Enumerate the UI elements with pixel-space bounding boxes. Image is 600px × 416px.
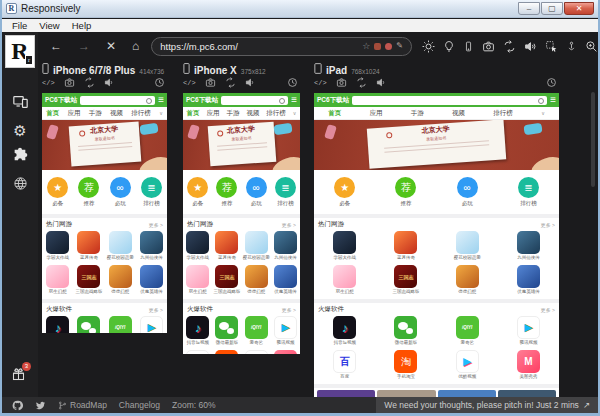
minimize-button[interactable]: – <box>518 2 540 15</box>
quick-link[interactable]: ★必备 <box>334 177 355 207</box>
menu-icon[interactable]: ≡ <box>550 95 556 105</box>
menu-view[interactable]: View <box>33 20 65 31</box>
app-item[interactable]: iQIYI爱奇艺 <box>242 316 271 350</box>
site-logo[interactable]: PC6下载站 <box>45 96 77 105</box>
site-nav-item[interactable]: 视频 <box>452 109 465 118</box>
network-globe-icon[interactable] <box>13 176 28 195</box>
quick-link[interactable]: ∞必玩 <box>246 177 267 207</box>
chevron-down-icon[interactable]: ∨ <box>293 110 297 116</box>
quick-link[interactable]: ≣排行榜 <box>141 177 162 207</box>
device-mirror-icon[interactable] <box>463 40 474 53</box>
quick-link[interactable]: ∞必玩 <box>110 177 131 207</box>
app-item[interactable]: 微信最新版 <box>212 316 241 350</box>
more-link[interactable]: 更多 > <box>541 307 555 313</box>
speaker-icon[interactable] <box>376 74 387 92</box>
site-nav-item[interactable]: 手游 <box>411 109 424 118</box>
app-item[interactable]: 三国志三国志战略版 <box>375 265 436 299</box>
app-item[interactable]: 学园大作战 <box>183 231 212 265</box>
app-item[interactable]: 微信最新版 <box>375 316 436 350</box>
twitter-icon[interactable] <box>35 400 46 411</box>
app-item[interactable]: 伏魔英雄传 <box>136 265 167 299</box>
app-item[interactable]: ♪抖音短视频 <box>314 316 375 350</box>
more-link[interactable]: 更多 > <box>149 222 163 228</box>
app-item[interactable]: iQIYI爱奇艺 <box>437 316 498 350</box>
rotate-all-icon[interactable] <box>503 40 516 53</box>
site-nav-item[interactable]: 排行榜 <box>131 109 151 118</box>
app-item[interactable]: ♪抖音短视频 <box>183 316 212 350</box>
app-item[interactable]: 百百度 <box>183 350 212 354</box>
devtools-icon[interactable]: </> <box>314 79 327 87</box>
app-item[interactable]: ▶优酷视频 <box>242 350 271 354</box>
plugins-puzzle-icon[interactable] <box>12 147 28 167</box>
app-item[interactable]: 三国志三国志战略版 <box>212 265 241 299</box>
feedback-banner[interactable]: We need your thoughts, please pitch in! … <box>376 397 598 413</box>
app-item[interactable]: M美图秀秀 <box>271 350 300 354</box>
quick-link[interactable]: ∞必玩 <box>457 177 478 207</box>
app-item[interactable]: 淘手机淘宝 <box>212 350 241 354</box>
site-logo[interactable]: PC6下载站 <box>186 96 218 105</box>
menu-icon[interactable]: ≡ <box>158 95 164 105</box>
app-item[interactable]: 伏魔英雄传 <box>498 265 559 299</box>
home-icon[interactable]: ⌂ <box>132 40 139 52</box>
record-icon[interactable] <box>385 43 392 50</box>
devtools-icon[interactable]: </> <box>42 79 55 87</box>
site-banner[interactable]: 北京大学录取通知书 <box>314 120 559 170</box>
inspect-icon[interactable] <box>545 40 558 53</box>
quick-link[interactable]: 荐推荐 <box>216 177 237 207</box>
app-item[interactable]: 淘手机淘宝 <box>375 350 436 384</box>
app-item[interactable]: 九州仙侠传 <box>498 231 559 265</box>
site-nav-item[interactable]: 视频 <box>110 109 123 118</box>
clock-icon[interactable] <box>154 74 165 92</box>
chevron-down-icon[interactable]: ∨ <box>159 110 163 116</box>
site-logo[interactable]: PC6下载站 <box>317 96 349 105</box>
app-item[interactable]: 九州仙侠传 <box>271 231 300 265</box>
clock-icon[interactable] <box>546 74 557 92</box>
github-icon[interactable] <box>12 400 23 411</box>
edit-url-icon[interactable]: ✎ <box>396 42 403 50</box>
site-nav-item[interactable]: 排行榜 <box>266 109 286 118</box>
back-icon[interactable]: ← <box>50 40 62 52</box>
quick-link[interactable]: 荐推荐 <box>78 177 99 207</box>
site-nav-item[interactable]: 视频 <box>246 109 259 118</box>
extension-badge-icon[interactable] <box>374 43 381 50</box>
more-link[interactable]: 更多 > <box>282 307 296 313</box>
app-scrollbar[interactable] <box>591 92 595 187</box>
rotate-icon[interactable] <box>356 74 367 92</box>
roadmap-link[interactable]: RoadMap <box>58 400 107 410</box>
app-item[interactable]: 蓝月传奇 <box>375 231 436 265</box>
menu-help[interactable]: Help <box>66 20 98 31</box>
app-item[interactable]: 学园大作战 <box>314 231 375 265</box>
speaker-icon[interactable] <box>104 74 115 92</box>
site-nav-item[interactable]: 首页 <box>46 109 59 118</box>
app-item[interactable]: 学园大作战 <box>42 231 73 265</box>
site-nav-item[interactable]: 首页 <box>186 109 199 118</box>
app-item[interactable]: 双生幻想 <box>42 265 73 299</box>
site-banner[interactable]: 北京大学录取通知书 <box>183 120 300 170</box>
stop-icon[interactable]: ✕ <box>106 40 116 52</box>
app-item[interactable]: 伏魔英雄传 <box>271 265 300 299</box>
screenshot-icon[interactable] <box>64 74 75 92</box>
address-bar[interactable]: https://m.pc6.com/ ☆ ✎ <box>151 37 412 56</box>
site-nav-item[interactable]: 应用 <box>206 109 219 118</box>
changelog-link[interactable]: Changelog <box>119 400 160 410</box>
app-item[interactable]: 弹弹幻想 <box>437 265 498 299</box>
bookmark-star-icon[interactable]: ☆ <box>362 42 370 51</box>
settings-gear-icon[interactable]: ⚙ <box>13 123 26 138</box>
zoom-in-icon[interactable] <box>585 40 598 53</box>
app-item[interactable]: 蓝月传奇 <box>73 231 104 265</box>
app-item[interactable]: 三国志三国志战略版 <box>73 265 104 299</box>
more-link[interactable]: 更多 > <box>149 307 163 313</box>
devtools-icon[interactable]: </> <box>183 79 196 87</box>
screenshot-icon[interactable] <box>336 74 347 92</box>
app-item[interactable]: 樱花校园恋爱 <box>242 231 271 265</box>
menu-icon[interactable]: ≡ <box>291 95 297 105</box>
clock-icon[interactable] <box>287 74 298 92</box>
site-preview[interactable]: PC6下载站≡首页应用手游视频排行榜∨北京大学录取通知书★必备荐推荐∞必玩≣排行… <box>314 93 559 399</box>
screenshot-icon[interactable] <box>205 74 216 92</box>
maximize-button[interactable]: ▢ <box>541 2 563 15</box>
chevron-down-icon[interactable]: ∨ <box>541 110 545 116</box>
app-item[interactable]: 九州仙侠传 <box>136 231 167 265</box>
screenshot-all-icon[interactable] <box>482 40 495 53</box>
more-link[interactable]: 更多 > <box>541 222 555 228</box>
whats-new-gift-icon[interactable]: 3 <box>11 367 26 386</box>
